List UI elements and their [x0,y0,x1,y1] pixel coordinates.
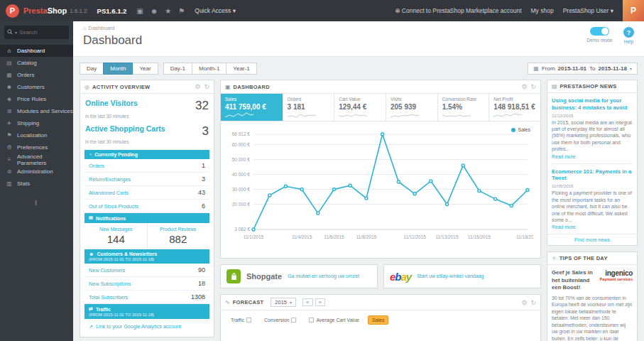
sidebar-item-modules[interactable]: ⊞Modules and Services [0,105,73,117]
sidebar-item-catalog[interactable]: ▤Catalog [0,57,73,69]
tips-of-the-day-panel: ✧ TIPS OF THE DAY Geef je Sales in het b… [547,251,638,341]
range-month-button[interactable]: Month [103,63,133,75]
news-article-title[interactable]: Using social media for your business: 4 … [552,97,633,112]
modules-icon: ⊞ [6,108,13,114]
online-visitors-value: 32 [195,99,209,113]
refresh-icon[interactable]: ↻ [204,83,209,90]
active-carts-link[interactable]: Active Shopping Carts [85,124,165,133]
news-article-excerpt: Picking a payment provider is one of the… [552,190,633,223]
topbar-icon-group: ▣ ☻ ★ ⚑ [136,7,185,15]
search-input[interactable] [19,29,66,36]
forecast-prev-button[interactable]: « [302,298,312,306]
sidebar-item-price-rules[interactable]: ◈Price Rules [0,93,73,105]
online-visitors-link[interactable]: Online Visitors [85,99,138,107]
main-content: ⌂ Dashboard Dashboard Demo mode ? Help D… [73,21,644,341]
product-reviews-cell[interactable]: Product Reviews 882 [148,223,209,249]
sidebar-item-orders[interactable]: ▦Orders [0,69,73,81]
range-year-button[interactable]: Year [132,63,158,75]
kpi-net-profit[interactable]: Net Profit 148 918,51 € [489,94,540,121]
home-icon: ⌂ [6,48,13,54]
cart-value-sparkline [339,112,367,119]
sidebar-item-stats[interactable]: ▥Stats [0,178,73,190]
sidebar-search: ▾ [4,26,69,39]
my-shop-link[interactable]: My shop [531,7,554,14]
shopgate-name: Shopgate [246,272,282,281]
range-day-1-button[interactable]: Day-1 [163,63,192,75]
kpi-orders[interactable]: Orders 3 181 [283,94,335,121]
kpi-conversion-rate[interactable]: Conversion Rate 1.54% [438,94,490,121]
sidebar-item-dashboard[interactable]: ⌂Dashboard [0,45,73,57]
customers-row-new-subscriptions: New Subscriptions18 [85,277,209,291]
google-analytics-link[interactable]: ↗ Link to your Google Analytics account [85,319,209,334]
new-messages-cell[interactable]: New Messages 144 [85,223,148,249]
refresh-icon[interactable]: ↻ [530,83,536,90]
kpi-cart-value[interactable]: Cart Value 129,44 € [334,94,386,121]
demo-mode-toggle[interactable] [590,27,609,36]
tip-icon: ✧ [552,255,557,261]
sidebar-item-preferences[interactable]: ⚙Preferences [0,141,73,153]
range-day-button[interactable]: Day [80,63,104,75]
forecast-chip-traffic[interactable]: Traffic [227,315,256,325]
advanced-parameters-icon: ≡ [6,156,13,163]
tips-panel-title: TIPS OF THE DAY [560,255,608,261]
gear-icon[interactable]: ⚙ [521,299,527,306]
sidebar-item-advanced-parameters[interactable]: ≡Advanced Parameters [0,153,73,166]
brand-title[interactable]: PrestaShop [23,6,67,15]
prestashop-logo[interactable]: P [6,4,19,18]
range-year-1-button[interactable]: Year-1 [226,63,256,75]
svg-text:3 082 €: 3 082 € [234,227,250,232]
date-range-picker[interactable]: ▦ From 2015-11-01 To 2015-11-18 ▾ [528,63,638,75]
range-month-1-button[interactable]: Month-1 [192,63,227,75]
sidebar-item-administration[interactable]: ⊛Administration [0,166,73,178]
chevron-down-icon: ▾ [290,300,292,305]
svg-text:30 000 €: 30 000 € [232,187,251,192]
forecast-chip-sales[interactable]: Sales [368,315,389,325]
quick-access-menu[interactable]: Quick Access ▾ [195,7,236,14]
star-icon[interactable]: ★ [165,7,171,15]
online-visitors-metric: Online Visitors 32 [85,99,209,113]
svg-text:11/13/2015: 11/13/2015 [435,234,458,239]
news-article-title[interactable]: Ecommerce 101: Payments in a Tweet [552,168,633,183]
modules-notification-icon[interactable]: ⚑ [178,7,185,15]
news-article-date: 11/12/2015 [552,113,633,118]
help-button[interactable]: ? [623,27,634,38]
shop-name[interactable]: PS1.6.1.2 [97,7,127,15]
read-more-link[interactable]: Read more [552,154,633,159]
shopgate-link[interactable]: Ga mobiel en verhoog uw omzet [288,273,359,279]
collapse-menu-button[interactable]: ‖ [0,200,73,207]
sidebar-item-customers[interactable]: ☻Customers [0,81,73,93]
dashboard-panel-icon: ▣ [225,84,231,90]
gear-icon[interactable]: ⚙ [195,83,200,90]
forecast-chip-average-cart-value[interactable]: Average Cart Value [305,315,363,325]
gear-icon[interactable]: ⚙ [521,83,527,90]
search-scope-caret-icon[interactable]: ▾ [15,30,17,35]
read-more-link[interactable]: Read more [552,224,633,229]
forecast-next-button[interactable]: » [315,298,325,306]
find-more-news-link[interactable]: Find more news [547,234,637,245]
active-carts-value: 3 [202,124,209,139]
forecast-chip-conversion[interactable]: Conversion [260,315,300,325]
customers-icon: ☻ [6,84,13,90]
person-icon[interactable]: ☻ [151,7,158,15]
marketplace-link[interactable]: ⊕ Connect to PrestaShop Marketplace acco… [395,7,521,14]
kpi-sales[interactable]: Sales 411 759,00 € [221,94,283,121]
clock-icon: ◔ [89,152,92,157]
active-carts-subtitle: in the last 30 minutes [85,139,209,144]
checkbox-icon [309,318,314,323]
forecast-legend: Traffic Conversion Average Cart Value Sa… [221,310,540,330]
cart-icon[interactable]: ▣ [136,7,143,15]
link-icon: ↗ [89,323,93,330]
refresh-icon[interactable]: ↻ [530,299,536,306]
svg-text:11/6/2015: 11/6/2015 [324,234,344,239]
ebay-link[interactable]: Start uw eBay-winkel vandaag [417,273,484,279]
chart-legend: Sales [511,127,530,132]
sidebar-item-localization[interactable]: ⚑Localization [0,129,73,141]
svg-text:11/4/2015: 11/4/2015 [292,234,312,239]
date-range-toolbar: Day Month Year Day-1 Month-1 Year-1 ▦ Fr… [73,57,644,80]
user-menu[interactable]: PrestaShop User ▾ [563,7,613,14]
user-avatar[interactable]: P [623,0,644,21]
kpi-visits[interactable]: Visits 205 939 [386,94,438,121]
sidebar-item-shipping[interactable]: ✈Shipping [0,117,73,129]
svg-text:20 000 €: 20 000 € [232,202,251,207]
forecast-year-select[interactable]: 2015▾ [271,298,296,307]
